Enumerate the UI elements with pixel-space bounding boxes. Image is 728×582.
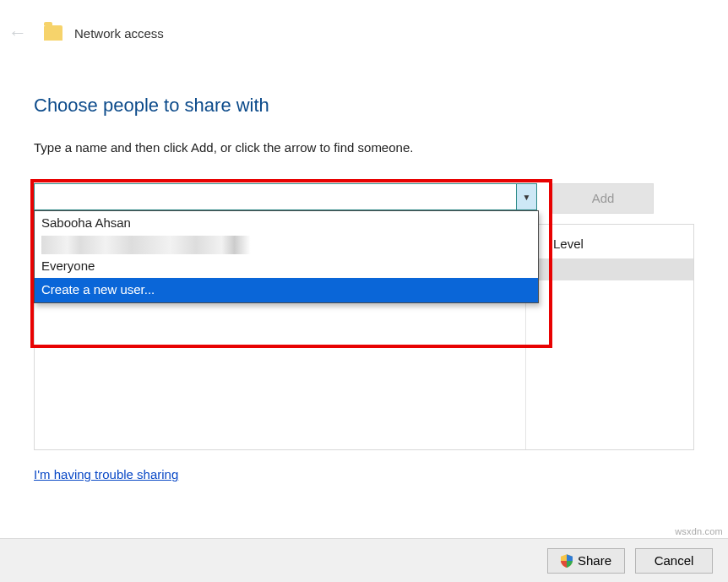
column-header-permission[interactable]: Level	[553, 237, 584, 251]
watermark: wsxdn.com	[675, 526, 723, 536]
people-dropdown: Sabooha Ahsan Everyone Create a new user…	[34, 210, 539, 303]
cancel-button[interactable]: Cancel	[635, 548, 713, 574]
share-button-label: Share	[578, 553, 611, 568]
instruction-text: Type a name and then click Add, or click…	[34, 140, 694, 155]
chevron-down-icon: ▼	[523, 193, 531, 202]
people-input[interactable]	[35, 184, 516, 209]
cancel-button-label: Cancel	[655, 553, 694, 568]
page-heading: Choose people to share with	[34, 95, 694, 117]
trouble-sharing-link[interactable]: I'm having trouble sharing	[34, 467, 178, 481]
dropdown-item-sabooha-ahsan[interactable]: Sabooha Ahsan	[35, 211, 538, 236]
dropdown-item-everyone[interactable]: Everyone	[35, 254, 538, 279]
add-button[interactable]: Add	[552, 183, 654, 214]
dropdown-item-obscured[interactable]	[41, 236, 363, 254]
uac-shield-icon	[561, 554, 573, 568]
back-arrow-icon[interactable]: ←	[3, 22, 32, 44]
dropdown-toggle-button[interactable]: ▼	[516, 184, 536, 209]
share-button[interactable]: Share	[547, 548, 625, 574]
dialog-footer: Share Cancel	[0, 538, 728, 582]
dropdown-item-create-new-user[interactable]: Create a new user...	[35, 278, 538, 302]
network-folder-icon	[44, 25, 62, 41]
window-title: Network access	[74, 26, 164, 41]
people-combobox[interactable]: ▼	[34, 183, 537, 210]
